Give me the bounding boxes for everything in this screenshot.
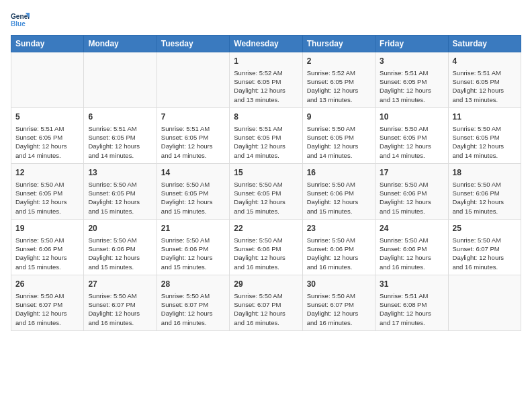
day-info-line: Sunrise: 5:50 AM bbox=[161, 236, 225, 244]
calendar-cell bbox=[448, 275, 521, 330]
day-info-line: Sunset: 6:05 PM bbox=[307, 77, 371, 86]
calendar-cell: 5Sunrise: 5:51 AMSunset: 6:05 PMDaylight… bbox=[11, 107, 84, 163]
day-info-line: Sunset: 6:06 PM bbox=[380, 244, 443, 253]
calendar-week-row: 5Sunrise: 5:51 AMSunset: 6:05 PMDaylight… bbox=[11, 107, 521, 163]
day-number: 21 bbox=[161, 223, 225, 234]
day-info-line: Sunset: 6:05 PM bbox=[15, 133, 79, 142]
calendar-cell: 25Sunrise: 5:50 AMSunset: 6:07 PMDayligh… bbox=[448, 219, 521, 275]
day-number: 22 bbox=[234, 223, 298, 234]
day-info-line: Sunrise: 5:50 AM bbox=[15, 180, 79, 189]
calendar-cell: 6Sunrise: 5:51 AMSunset: 6:05 PMDaylight… bbox=[84, 107, 157, 163]
day-info-line: Sunset: 6:05 PM bbox=[234, 77, 298, 86]
day-info-line: and 15 minutes. bbox=[15, 263, 79, 271]
day-info-line: Sunset: 6:07 PM bbox=[307, 300, 371, 309]
day-info-line: Daylight: 12 hours bbox=[88, 142, 152, 150]
day-number: 11 bbox=[453, 111, 517, 123]
day-number: 7 bbox=[161, 111, 225, 123]
day-of-week-header: Sunday bbox=[11, 36, 84, 52]
day-info-line: Sunset: 6:05 PM bbox=[234, 189, 298, 197]
calendar-cell: 10Sunrise: 5:50 AMSunset: 6:05 PMDayligh… bbox=[375, 107, 448, 163]
day-of-week-header: Wednesday bbox=[230, 36, 302, 52]
day-info-line: Daylight: 12 hours bbox=[15, 309, 79, 318]
calendar-cell: 14Sunrise: 5:50 AMSunset: 6:05 PMDayligh… bbox=[157, 163, 229, 219]
day-info-line: Sunset: 6:05 PM bbox=[307, 133, 371, 142]
day-number: 12 bbox=[15, 167, 79, 179]
day-info-line: and 16 minutes. bbox=[453, 263, 517, 271]
day-info-line: Sunset: 6:05 PM bbox=[453, 133, 517, 142]
day-info-line: Daylight: 12 hours bbox=[234, 309, 298, 318]
day-info-line: and 16 minutes. bbox=[161, 318, 225, 327]
calendar-cell: 31Sunrise: 5:51 AMSunset: 6:08 PMDayligh… bbox=[375, 275, 448, 330]
day-info-line: and 14 minutes. bbox=[88, 151, 152, 160]
day-info-line: Daylight: 12 hours bbox=[307, 142, 371, 150]
day-info-line: Sunrise: 5:52 AM bbox=[307, 68, 371, 77]
calendar-week-row: 19Sunrise: 5:50 AMSunset: 6:06 PMDayligh… bbox=[11, 219, 521, 275]
calendar-cell: 26Sunrise: 5:50 AMSunset: 6:07 PMDayligh… bbox=[11, 275, 84, 330]
day-of-week-header: Monday bbox=[84, 36, 157, 52]
day-info-line: Sunrise: 5:50 AM bbox=[234, 291, 298, 300]
day-info-line: and 15 minutes. bbox=[161, 207, 225, 216]
day-info-line: Daylight: 12 hours bbox=[307, 253, 371, 262]
day-info-line: Daylight: 12 hours bbox=[380, 142, 443, 150]
day-of-week-header: Friday bbox=[375, 36, 448, 52]
calendar-cell: 24Sunrise: 5:50 AMSunset: 6:06 PMDayligh… bbox=[375, 219, 448, 275]
day-info-line: Sunrise: 5:51 AM bbox=[88, 124, 152, 133]
day-info-line: Sunrise: 5:51 AM bbox=[380, 68, 443, 77]
day-info-line: and 15 minutes. bbox=[380, 207, 443, 216]
day-number: 31 bbox=[380, 279, 443, 290]
day-number: 30 bbox=[307, 279, 371, 290]
day-info-line: Daylight: 12 hours bbox=[15, 197, 79, 206]
day-info-line: Daylight: 12 hours bbox=[380, 253, 443, 262]
day-info-line: Sunrise: 5:50 AM bbox=[307, 124, 371, 133]
calendar-cell bbox=[157, 52, 229, 108]
calendar-week-row: 12Sunrise: 5:50 AMSunset: 6:05 PMDayligh… bbox=[11, 163, 521, 219]
day-info-line: and 17 minutes. bbox=[380, 318, 443, 327]
day-number: 16 bbox=[307, 167, 371, 179]
logo-icon: General Blue bbox=[11, 11, 30, 30]
day-info-line: Sunrise: 5:50 AM bbox=[161, 180, 225, 189]
day-info-line: Daylight: 12 hours bbox=[453, 197, 517, 206]
day-info-line: Daylight: 12 hours bbox=[15, 253, 79, 262]
calendar-cell bbox=[11, 52, 84, 108]
day-info-line: Daylight: 12 hours bbox=[161, 197, 225, 206]
day-info-line: and 13 minutes. bbox=[234, 95, 298, 104]
calendar-cell: 12Sunrise: 5:50 AMSunset: 6:05 PMDayligh… bbox=[11, 163, 84, 219]
day-number: 15 bbox=[234, 167, 298, 179]
day-info-line: Daylight: 12 hours bbox=[88, 197, 152, 206]
calendar-cell: 4Sunrise: 5:51 AMSunset: 6:05 PMDaylight… bbox=[448, 52, 521, 108]
calendar-cell: 9Sunrise: 5:50 AMSunset: 6:05 PMDaylight… bbox=[302, 107, 375, 163]
day-info-line: and 13 minutes. bbox=[380, 95, 443, 104]
day-number: 4 bbox=[453, 56, 517, 67]
day-info-line: Sunrise: 5:50 AM bbox=[380, 124, 443, 133]
day-info-line: and 14 minutes. bbox=[307, 151, 371, 160]
day-number: 10 bbox=[380, 111, 443, 123]
day-number: 24 bbox=[380, 223, 443, 234]
day-info-line: Daylight: 12 hours bbox=[234, 86, 298, 95]
day-info-line: Sunrise: 5:50 AM bbox=[380, 180, 443, 189]
day-number: 5 bbox=[15, 111, 79, 123]
day-info-line: Daylight: 12 hours bbox=[380, 197, 443, 206]
calendar-cell: 21Sunrise: 5:50 AMSunset: 6:06 PMDayligh… bbox=[157, 219, 229, 275]
day-info-line: Daylight: 12 hours bbox=[234, 197, 298, 206]
day-info-line: Sunrise: 5:51 AM bbox=[453, 68, 517, 77]
calendar-cell: 22Sunrise: 5:50 AMSunset: 6:06 PMDayligh… bbox=[230, 219, 302, 275]
calendar-cell: 3Sunrise: 5:51 AMSunset: 6:05 PMDaylight… bbox=[375, 52, 448, 108]
calendar-week-row: 1Sunrise: 5:52 AMSunset: 6:05 PMDaylight… bbox=[11, 52, 521, 108]
day-number: 18 bbox=[453, 167, 517, 179]
day-info-line: and 14 minutes. bbox=[234, 151, 298, 160]
logo: General Blue bbox=[11, 11, 30, 30]
day-info-line: Sunset: 6:06 PM bbox=[234, 244, 298, 253]
day-info-line: Daylight: 12 hours bbox=[380, 309, 443, 318]
day-info-line: Sunset: 6:07 PM bbox=[234, 300, 298, 309]
day-info-line: Sunset: 6:07 PM bbox=[15, 300, 79, 309]
day-info-line: Sunset: 6:06 PM bbox=[307, 244, 371, 253]
day-number: 28 bbox=[161, 279, 225, 290]
day-info-line: and 14 minutes. bbox=[453, 151, 517, 160]
day-info-line: and 15 minutes. bbox=[453, 207, 517, 216]
day-number: 2 bbox=[307, 56, 371, 67]
day-number: 9 bbox=[307, 111, 371, 123]
day-info-line: and 15 minutes. bbox=[307, 207, 371, 216]
day-info-line: Sunrise: 5:50 AM bbox=[453, 124, 517, 133]
day-info-line: and 16 minutes. bbox=[88, 318, 152, 327]
calendar-cell: 30Sunrise: 5:50 AMSunset: 6:07 PMDayligh… bbox=[302, 275, 375, 330]
